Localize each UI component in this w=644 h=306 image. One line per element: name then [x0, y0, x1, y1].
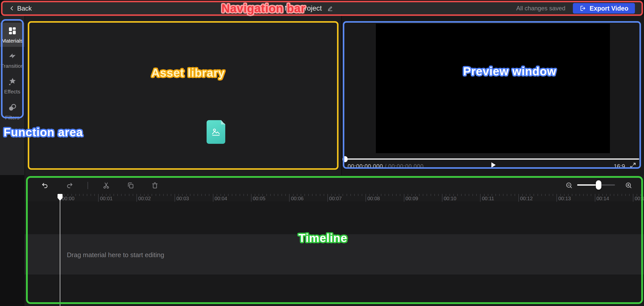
ruler-minor-tick — [83, 194, 83, 196]
ruler-minor-tick — [591, 194, 591, 196]
timeline-empty-hint: Drag material here to start editing — [67, 251, 164, 259]
ruler-minor-tick — [476, 194, 477, 196]
ruler-minor-tick — [541, 194, 542, 196]
materials-grid-icon — [8, 26, 17, 36]
ruler-minor-tick — [503, 194, 503, 196]
sidebar-item-label: Materials — [2, 38, 23, 44]
ruler-minor-tick — [255, 194, 255, 196]
export-video-button[interactable]: Export Video — [573, 3, 635, 14]
back-chevron-icon — [9, 5, 15, 11]
preview-timecode: 00:00:00.000 / 00:00:00.000 — [348, 163, 424, 170]
ruler-minor-tick — [515, 194, 515, 196]
ruler-minor-tick — [576, 194, 576, 196]
ruler-minor-tick — [625, 194, 626, 196]
ruler-major-tick — [595, 194, 595, 202]
ruler-time-label: 00:12 — [520, 196, 533, 201]
timeline-zoom-handle[interactable] — [596, 180, 601, 190]
zoom-out-icon[interactable] — [564, 180, 575, 191]
ruler-minor-tick — [538, 194, 538, 196]
ruler-minor-tick — [358, 194, 358, 196]
ruler-minor-tick — [400, 194, 400, 196]
ruler-minor-tick — [297, 194, 297, 196]
undo-button[interactable] — [39, 180, 50, 191]
sidebar-item-label: Transition — [1, 63, 24, 69]
ruler-minor-tick — [629, 194, 630, 196]
ruler-minor-tick — [599, 194, 599, 196]
ruler-minor-tick — [335, 194, 335, 196]
ruler-minor-tick — [270, 194, 271, 196]
copy-button[interactable] — [125, 180, 136, 191]
nav-right-group: All changes saved Export Video — [516, 3, 635, 14]
ruler-minor-tick — [243, 194, 244, 196]
cut-button[interactable] — [101, 180, 112, 191]
ruler-minor-tick — [637, 194, 637, 196]
zoom-in-icon[interactable] — [623, 180, 634, 191]
ruler-time-label: 00:06 — [291, 196, 303, 201]
ruler-minor-tick — [511, 194, 511, 196]
ruler-time-label: 00:02 — [138, 196, 151, 201]
ruler-minor-tick — [411, 194, 412, 196]
ruler-minor-tick — [79, 194, 80, 196]
play-button[interactable] — [489, 161, 497, 169]
delete-button[interactable] — [149, 180, 160, 191]
ruler-minor-tick — [217, 194, 217, 196]
ruler-minor-tick — [431, 194, 431, 196]
sidebar-item-materials[interactable]: Materials — [0, 23, 24, 47]
ruler-minor-tick — [324, 194, 324, 196]
ruler-minor-tick — [545, 194, 546, 196]
project-title: New project — [285, 4, 322, 12]
preview-scrubber-handle[interactable] — [343, 156, 348, 162]
ruler-minor-tick — [381, 194, 381, 196]
ruler-minor-tick — [434, 194, 435, 196]
ruler-minor-tick — [274, 194, 274, 196]
timeline-lower-area — [24, 275, 644, 303]
ruler-major-tick — [98, 194, 99, 202]
filters-icon — [8, 103, 17, 112]
back-label: Back — [17, 5, 32, 12]
ruler-minor-tick — [140, 194, 141, 196]
sidebar-item-transition[interactable]: Transition — [0, 48, 24, 72]
ruler-major-tick — [327, 194, 328, 202]
preview-scrubber-track[interactable] — [345, 158, 639, 160]
export-icon — [579, 5, 586, 12]
back-button[interactable]: Back — [9, 5, 32, 12]
ruler-major-tick — [136, 194, 137, 202]
ruler-minor-tick — [472, 194, 473, 196]
ruler-minor-tick — [259, 194, 259, 196]
ruler-minor-tick — [64, 194, 64, 196]
timeline-ruler[interactable]: 00:0000:0100:0200:0300:0400:0500:0600:07… — [24, 194, 644, 202]
ruler-minor-tick — [266, 194, 267, 196]
fullscreen-icon[interactable] — [629, 162, 637, 169]
ruler-minor-tick — [304, 194, 305, 196]
sidebar-item-effects[interactable]: Effects — [0, 74, 24, 98]
ruler-minor-tick — [236, 194, 236, 196]
sidebar-item-filters[interactable]: Filters — [0, 99, 24, 124]
ruler-major-tick — [633, 194, 633, 202]
ruler-minor-tick — [110, 194, 110, 196]
ruler-minor-tick — [388, 194, 389, 196]
video-preview-screen — [376, 24, 610, 153]
ruler-minor-tick — [522, 194, 523, 196]
ruler-minor-tick — [587, 194, 587, 196]
redo-button[interactable] — [64, 180, 75, 191]
ruler-minor-tick — [209, 194, 209, 196]
ruler-minor-tick — [488, 194, 488, 196]
toolbar-divider — [88, 182, 88, 189]
ruler-minor-tick — [347, 194, 347, 196]
ruler-minor-tick — [610, 194, 610, 196]
ruler-minor-tick — [68, 194, 68, 196]
aspect-ratio-label: 16:9 — [614, 163, 625, 170]
ruler-minor-tick — [102, 194, 103, 196]
ruler-minor-tick — [94, 194, 95, 196]
ruler-minor-tick — [377, 194, 378, 196]
ruler-minor-tick — [87, 194, 87, 196]
ruler-minor-tick — [156, 194, 156, 196]
ruler-major-tick — [480, 194, 481, 202]
playhead-line — [60, 196, 60, 306]
ruler-time-label: 00:13 — [558, 196, 571, 201]
ruler-minor-tick — [614, 194, 614, 196]
edit-pencil-icon[interactable] — [327, 5, 333, 12]
ruler-minor-tick — [133, 194, 133, 196]
ruler-minor-tick — [224, 194, 225, 196]
ruler-minor-tick — [549, 194, 549, 196]
